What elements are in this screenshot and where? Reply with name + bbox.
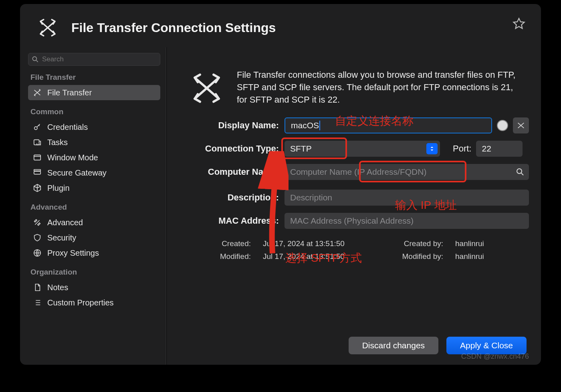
metadata: Created: Jul 17, 2024 at 13:51:50 Create… <box>195 239 529 261</box>
favorite-star-icon[interactable] <box>512 17 526 32</box>
shield-icon <box>32 232 42 243</box>
titlebar: File Transfer Connection Settings <box>20 4 541 47</box>
sidebar-item-label: File Transfer <box>47 88 92 97</box>
label-computer-name: Computer Name: <box>179 167 279 177</box>
label-connection-type: Connection Type: <box>179 143 279 154</box>
tools-icon <box>32 217 42 228</box>
sidebar-item-window-mode[interactable]: Window Mode <box>28 150 160 165</box>
key-icon <box>32 122 42 132</box>
meta-modified-by-value: hanlinrui <box>455 252 527 261</box>
meta-modified-value: Jul 17, 2024 at 13:51:50 <box>263 252 367 261</box>
intro-text: File Transfer connections allow you to b… <box>237 69 520 107</box>
label-description: Description: <box>179 192 279 203</box>
app-logo-icon <box>36 16 59 39</box>
svg-point-7 <box>517 169 522 174</box>
sidebar-item-custom-props[interactable]: Custom Properties <box>28 295 160 310</box>
sidebar-item-label: Security <box>47 233 76 242</box>
sidebar-item-security[interactable]: Security <box>28 230 160 245</box>
sidebar-item-label: Secure Gateway <box>47 168 107 178</box>
svg-rect-3 <box>34 155 41 160</box>
search-input[interactable] <box>28 53 160 66</box>
sidebar-item-file-transfer[interactable]: File Transfer <box>28 85 160 100</box>
description-input[interactable] <box>285 190 529 206</box>
computer-name-input[interactable] <box>285 164 529 180</box>
connection-type-select[interactable]: SFTP <box>285 141 440 157</box>
meta-modified-label: Modified: <box>195 252 251 261</box>
globe-icon <box>32 248 42 258</box>
sidebar-item-secure-gateway[interactable]: Secure Gateway <box>28 165 160 180</box>
sidebar-item-credentials[interactable]: Credentials <box>28 119 160 135</box>
sidebar-item-label: Tasks <box>47 138 68 147</box>
discard-button[interactable]: Discard changes <box>349 337 438 354</box>
label-display-name: Display Name: <box>179 120 279 131</box>
gateway-icon <box>32 168 42 178</box>
list-icon <box>32 297 42 308</box>
cube-icon <box>32 183 42 193</box>
meta-created-by-label: Created by: <box>379 239 443 248</box>
sidebar: File Transfer File Transfer Common Crede… <box>20 47 166 365</box>
sidebar-item-label: Plugin <box>47 184 70 193</box>
sidebar-cat: Common <box>30 107 160 116</box>
sidebar-item-notes[interactable]: Notes <box>28 280 160 295</box>
window-icon <box>32 152 42 163</box>
doc-icon <box>32 282 42 293</box>
sidebar-item-label: Proxy Settings <box>47 249 99 258</box>
chevron-updown-icon <box>426 143 438 154</box>
sidebar-item-label: Window Mode <box>47 153 98 162</box>
svg-point-1 <box>34 127 37 129</box>
sidebar-cat: Advanced <box>30 203 160 212</box>
mac-address-input[interactable] <box>285 213 529 229</box>
sidebar-item-plugin[interactable]: Plugin <box>28 180 160 196</box>
lookup-icon[interactable] <box>515 167 525 178</box>
sidebar-item-label: Custom Properties <box>47 298 114 307</box>
svg-rect-4 <box>34 171 41 174</box>
meta-created-by-value: hanlinrui <box>455 239 527 248</box>
icon-picker-button[interactable] <box>513 117 529 133</box>
label-mac-address: MAC Address: <box>179 216 279 226</box>
port-input[interactable] <box>476 141 523 157</box>
color-picker-button[interactable] <box>497 120 508 131</box>
sidebar-item-label: Credentials <box>47 123 88 132</box>
sidebar-item-advanced[interactable]: Advanced <box>28 215 160 230</box>
label-port: Port: <box>453 143 471 154</box>
meta-created-value: Jul 17, 2024 at 13:51:50 <box>263 239 367 248</box>
apply-close-button[interactable]: Apply & Close <box>446 337 527 354</box>
svg-rect-2 <box>34 140 39 145</box>
window-title: File Transfer Connection Settings <box>71 20 276 35</box>
svg-point-0 <box>32 57 36 61</box>
search-wrapper <box>28 53 160 66</box>
display-name-value: macOS <box>291 121 319 130</box>
intro: File Transfer connections allow you to b… <box>167 47 541 115</box>
main-panel: File Transfer connections allow you to b… <box>166 47 541 365</box>
sidebar-item-label: Notes <box>47 283 68 292</box>
sidebar-cat: Organization <box>30 268 160 277</box>
meta-modified-by-label: Modified by: <box>379 252 443 261</box>
search-icon <box>31 55 39 65</box>
watermark: CSDN @znwx.cn476 <box>461 352 529 361</box>
sidebar-cat: File Transfer <box>30 73 160 82</box>
file-transfer-icon <box>188 69 226 107</box>
sidebar-item-proxy[interactable]: Proxy Settings <box>28 245 160 261</box>
svg-rect-5 <box>34 170 41 171</box>
connection-type-value: SFTP <box>290 144 312 154</box>
swap-icon <box>32 87 42 98</box>
sidebar-item-tasks[interactable]: Tasks <box>28 135 160 150</box>
meta-created-label: Created: <box>195 239 251 248</box>
display-name-input[interactable]: macOS <box>285 117 492 133</box>
sidebar-item-label: Advanced <box>47 218 83 227</box>
task-icon <box>32 137 42 148</box>
